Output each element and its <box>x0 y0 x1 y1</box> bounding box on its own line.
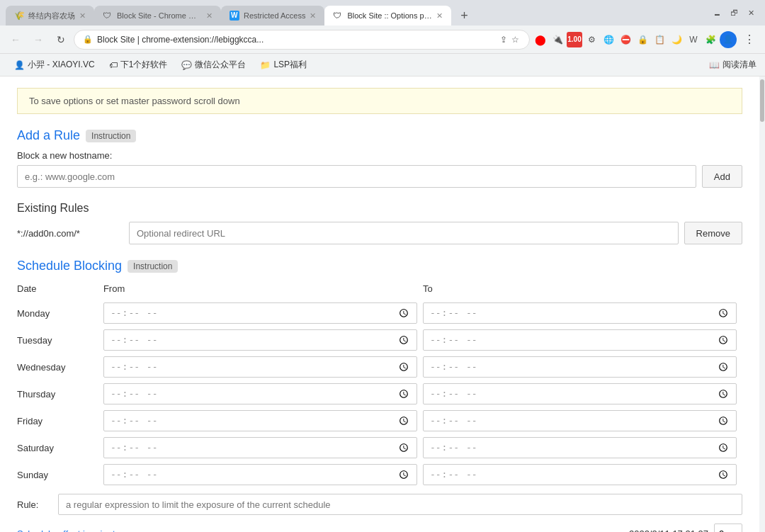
close-button[interactable]: ✕ <box>745 7 756 18</box>
rule-regex-row: Rule: <box>17 494 742 515</box>
from-input-0[interactable] <box>103 302 417 324</box>
to-input-0[interactable] <box>423 302 737 324</box>
address-actions: ⇪ ☆ <box>499 33 521 46</box>
ext-icon-4[interactable]: ⚙ <box>584 32 599 47</box>
from-input-3[interactable] <box>103 383 417 404</box>
bookmark-4[interactable]: 📁 LSP福利 <box>254 57 312 72</box>
add-button[interactable]: Add <box>702 165 742 188</box>
ext-icon-2[interactable]: 🔌 <box>550 32 565 47</box>
remove-button-0[interactable]: Remove <box>684 222 742 244</box>
to-input-3[interactable] <box>423 383 737 404</box>
menu-button[interactable]: ⋮ <box>740 30 759 50</box>
lock-icon: 🔒 <box>83 35 93 44</box>
scrollbar-thumb[interactable] <box>760 79 764 122</box>
ext-opera-icon[interactable]: ⬤ <box>533 32 548 47</box>
tab-3-favicon: W <box>230 11 239 21</box>
bookmark-1[interactable]: 👤 小羿 - XIAOYI.VC <box>8 57 101 72</box>
bookmark-2[interactable]: 🏷 下1个好软件 <box>103 57 174 72</box>
notice-banner: To save options or set master password s… <box>17 88 742 114</box>
tabs-row: 🌾 终结内容农场 ✕ 🛡 Block Site - Chrome 网上 ✕ W … <box>0 6 765 26</box>
tab-2-close[interactable]: ✕ <box>206 11 212 21</box>
to-cell-2 <box>423 353 742 380</box>
timestamp-text: 2022/3/11 17:21:37 <box>629 528 708 533</box>
schedule-offset-link[interactable]: Schedule offset in minutes <box>17 528 125 533</box>
to-input-6[interactable] <box>423 464 737 485</box>
add-rule-instruction-button[interactable]: Instruction <box>86 130 136 142</box>
share-icon[interactable]: ⇪ <box>499 33 509 46</box>
schedule-row-0: Monday <box>17 300 742 327</box>
schedule-section-header: Schedule Blocking Instruction <box>17 259 742 273</box>
offset-value-input[interactable] <box>714 523 742 532</box>
schedule-table: Date From To Monday Tuesday <box>17 281 742 488</box>
bookmark-3-icon: 💬 <box>181 60 192 70</box>
rule-regex-input[interactable] <box>58 494 742 515</box>
bookmark-3[interactable]: 💬 微信公众平台 <box>176 57 251 72</box>
from-input-2[interactable] <box>103 356 417 378</box>
ext-icon-3[interactable]: 1.00 <box>567 32 582 47</box>
new-tab-button[interactable]: + <box>454 6 474 26</box>
address-bar[interactable]: 🔒 Block Site | chrome-extension://lebigg… <box>74 30 530 50</box>
to-cell-3 <box>423 380 742 407</box>
tab-2-favicon: 🛡 <box>103 11 113 21</box>
ext-icon-5[interactable]: 🌐 <box>601 32 616 47</box>
day-label-3: Thursday <box>17 380 103 407</box>
browser-frame: 🌾 终结内容农场 ✕ 🛡 Block Site - Chrome 网上 ✕ W … <box>0 0 765 532</box>
rule-hostname-0: *://add0n.com/* <box>17 228 123 239</box>
restore-button[interactable]: 🗗 <box>728 7 740 18</box>
schedule-row-4: Friday <box>17 407 742 434</box>
day-label-0: Monday <box>17 300 103 327</box>
schedule-row-2: Wednesday <box>17 353 742 380</box>
tab-4-close[interactable]: ✕ <box>436 11 443 21</box>
from-cell-3 <box>103 380 423 407</box>
day-label-4: Friday <box>17 407 103 434</box>
tab-1-close[interactable]: ✕ <box>79 11 86 21</box>
from-input-5[interactable] <box>103 437 417 458</box>
ext-icon-6[interactable]: ⛔ <box>618 32 633 47</box>
from-input-4[interactable] <box>103 410 417 431</box>
minimize-button[interactable]: 🗕 <box>711 7 722 18</box>
day-label-6: Sunday <box>17 461 103 488</box>
back-button[interactable]: ← <box>6 30 26 50</box>
schedule-row-6: Sunday <box>17 461 742 488</box>
address-text: Block Site | chrome-extension://lebiggkc… <box>97 35 494 45</box>
bookmark-1-label: 小羿 - XIAOYI.VC <box>28 59 95 71</box>
scrollbar[interactable] <box>759 77 765 532</box>
ext-icon-8[interactable]: 📋 <box>652 32 667 47</box>
ext-icon-10[interactable]: W <box>686 32 701 47</box>
to-cell-0 <box>423 300 742 327</box>
to-input-4[interactable] <box>423 410 737 431</box>
reload-button[interactable]: ↻ <box>51 30 71 50</box>
rule-redirect-input-0[interactable] <box>129 222 679 244</box>
from-input-1[interactable] <box>103 329 417 351</box>
schedule-section: Schedule Blocking Instruction Date From … <box>17 259 742 532</box>
forward-button[interactable]: → <box>28 30 48 50</box>
hostname-input[interactable] <box>17 165 696 188</box>
tab-1[interactable]: 🌾 终结内容农场 ✕ <box>6 6 94 26</box>
from-cell-6 <box>103 461 423 488</box>
ext-avatar-icon[interactable]: 👤 <box>720 31 737 48</box>
ext-icon-7[interactable]: 🔒 <box>635 32 650 47</box>
bookmark-4-icon: 📁 <box>260 60 271 70</box>
bookmark-2-label: 下1个好软件 <box>120 59 168 71</box>
reading-list-label: 阅读清单 <box>722 59 756 71</box>
reading-list-button[interactable]: 📖 阅读清单 <box>709 59 756 71</box>
to-input-5[interactable] <box>423 437 737 458</box>
day-label-2: Wednesday <box>17 353 103 380</box>
schedule-row-3: Thursday <box>17 380 742 407</box>
ext-icon-9[interactable]: 🌙 <box>669 32 684 47</box>
tab-4[interactable]: 🛡 Block Site :: Options pag ✕ <box>324 6 451 26</box>
ext-puzzle-icon[interactable]: 🧩 <box>703 32 718 47</box>
from-cell-2 <box>103 353 423 380</box>
bookmark-icon[interactable]: ☆ <box>510 33 521 46</box>
main-content: To save options or set master password s… <box>0 77 759 532</box>
tab-3-close[interactable]: ✕ <box>310 11 316 21</box>
bookmarks-bar: 👤 小羿 - XIAOYI.VC 🏷 下1个好软件 💬 微信公众平台 📁 LSP… <box>0 54 765 77</box>
from-input-6[interactable] <box>103 464 417 485</box>
to-input-1[interactable] <box>423 329 737 351</box>
to-cell-6 <box>423 461 742 488</box>
schedule-instruction-button[interactable]: Instruction <box>128 260 178 273</box>
to-cell-5 <box>423 434 742 461</box>
tab-2[interactable]: 🛡 Block Site - Chrome 网上 ✕ <box>94 6 221 26</box>
tab-3[interactable]: W Restricted Access ✕ <box>221 6 324 26</box>
to-input-2[interactable] <box>423 356 737 378</box>
